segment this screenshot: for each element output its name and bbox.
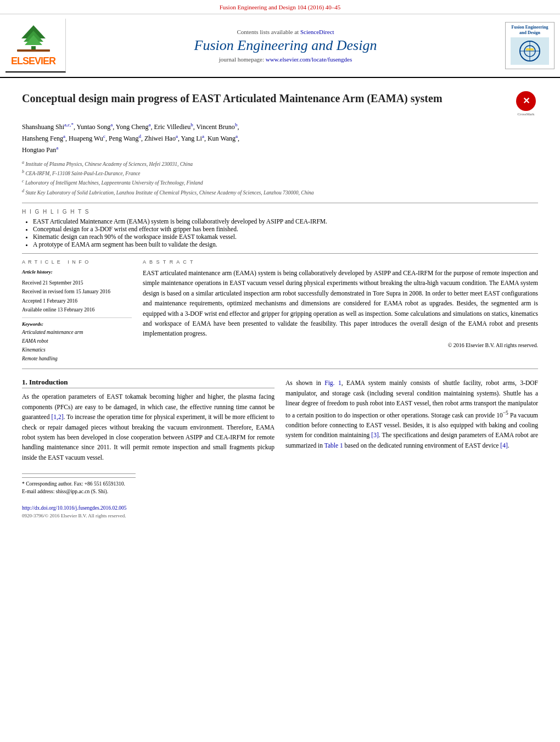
crossmark-section: ✕ CrossMark xyxy=(514,91,538,116)
journal-logo-box: Fusion Engineeringand Design xyxy=(505,22,555,69)
revised-date: Received in revised form 15 January 2016 xyxy=(22,287,132,296)
elsevier-wordmark: ELSEVIER xyxy=(11,55,55,67)
body-left-column: 1. Introduction As the operation paramet… xyxy=(22,378,275,518)
sciencedirect-link[interactable]: ScienceDirect xyxy=(300,29,334,35)
intro-left-text: As the operation parameters of EAST toka… xyxy=(22,392,275,462)
divider-1 xyxy=(22,203,538,203)
abstract-label: A B S T R A C T xyxy=(143,259,538,265)
svg-text:✕: ✕ xyxy=(523,96,530,105)
affiliations: a Institute of Plasma Physics, Chinese A… xyxy=(22,159,538,197)
footnote-divider xyxy=(22,477,136,478)
intro-right-text: As shown in Fig. 1, EAMA system mainly c… xyxy=(285,378,538,450)
elsevier-tree-icon xyxy=(17,23,50,53)
journal-header: ELSEVIER Contents lists available at Sci… xyxy=(0,14,560,78)
homepage-line: journal homepage: www.elsevier.com/locat… xyxy=(71,56,500,63)
ref-link-1[interactable]: [1,2] xyxy=(51,414,63,420)
highlight-item: A prototype of EAMA arm segment has been… xyxy=(33,241,538,248)
journal-title: Fusion Engineering and Design xyxy=(71,37,500,54)
history-label: Article history: xyxy=(22,268,132,276)
article-title-section: Conceptual design main progress of EAST … xyxy=(22,91,538,116)
abstract-text: EAST articulated maintenance arm (EAMA) … xyxy=(143,268,538,339)
article-history: Article history: Received 21 September 2… xyxy=(22,268,132,318)
sciencedirect-line: Contents lists available at ScienceDirec… xyxy=(71,29,500,35)
body-right-column: As shown in Fig. 1, EAMA system mainly c… xyxy=(285,378,538,518)
journal-logo-image xyxy=(511,37,549,65)
table1-link[interactable]: Table 1 xyxy=(324,442,343,449)
body-section: 1. Introduction As the operation paramet… xyxy=(22,378,538,518)
doi-line: http://dx.doi.org/10.1016/j.fusengdes.20… xyxy=(22,504,136,512)
highlights-label: H I G H L I G H T S xyxy=(22,209,538,215)
doi-link[interactable]: http://dx.doi.org/10.1016/j.fusengdes.20… xyxy=(22,505,127,511)
section1-heading: 1. Introduction xyxy=(22,378,275,388)
main-content: Conceptual design main progress of EAST … xyxy=(0,78,560,524)
journal-reference-bar: Fusion Engineering and Design 104 (2016)… xyxy=(0,0,560,14)
easy-word: easy xyxy=(85,404,96,410)
svg-rect-10 xyxy=(526,48,534,51)
ref-link-4[interactable]: [4] xyxy=(500,442,507,449)
email-link[interactable]: shiss@ipp.ac.cn xyxy=(56,489,90,494)
homepage-link[interactable]: www.elsevier.com/locate/fusengdes xyxy=(266,56,352,63)
keywords-section: Keywords: Articulated maintenance arm EA… xyxy=(22,321,132,364)
ref-link-3[interactable]: [3] xyxy=(371,432,378,438)
keywords-list: Articulated maintenance arm EAMA robot K… xyxy=(22,328,132,364)
divider-3 xyxy=(22,369,538,369)
crossmark-label: CrossMark xyxy=(514,112,538,116)
footnote-section: * Corresponding author. Fax: +86 551 655… xyxy=(22,473,136,518)
highlights-list: EAST Articulated Maintenance Arm (EAMA) … xyxy=(22,218,538,248)
svg-rect-4 xyxy=(17,49,50,52)
crossmark-icon: ✕ xyxy=(516,91,536,111)
abstract-panel: A B S T R A C T EAST articulated mainten… xyxy=(143,259,538,363)
logo-title: Fusion Engineeringand Design xyxy=(508,25,552,35)
email-address: E-mail address: shiss@ipp.ac.cn (S. Shi)… xyxy=(22,488,136,495)
authors-line: Shanshuang Shia,c,*, Yuntao Songa, Yong … xyxy=(22,121,538,156)
article-info-panel: A R T I C L E I N F O Article history: R… xyxy=(22,259,132,363)
highlight-item: Conceptual design for a 3-DOF wrist end … xyxy=(33,226,538,232)
article-info-label: A R T I C L E I N F O xyxy=(22,259,132,265)
article-info-abstract-section: A R T I C L E I N F O Article history: R… xyxy=(22,259,538,363)
fig1-link[interactable]: Fig. 1 xyxy=(324,380,341,386)
corresponding-author: * Corresponding author. Fax: +86 551 655… xyxy=(22,480,136,488)
issn-line: 0920-3796/© 2016 Elsevier B.V. All right… xyxy=(22,513,136,518)
elsevier-logo-section: ELSEVIER xyxy=(5,19,66,72)
keywords-label: Keywords: xyxy=(22,321,132,327)
copyright-text: © 2016 Elsevier B.V. All rights reserved… xyxy=(143,342,538,348)
available-date: Available online 13 February 2016 xyxy=(22,305,132,314)
highlight-item: EAST Articulated Maintenance Arm (EAMA) … xyxy=(33,218,538,225)
highlights-section: H I G H L I G H T S EAST Articulated Mai… xyxy=(22,209,538,248)
divider-2 xyxy=(22,253,538,254)
received-date: Received 21 September 2015 xyxy=(22,278,132,287)
article-title: Conceptual design main progress of EAST … xyxy=(22,91,505,106)
journal-center-info: Contents lists available at ScienceDirec… xyxy=(71,29,500,63)
journal-ref-link[interactable]: Fusion Engineering and Design 104 (2016)… xyxy=(220,4,341,10)
accepted-date: Accepted 1 February 2016 xyxy=(22,297,132,305)
highlight-item: Kinematic design can reach 90% of the wo… xyxy=(33,233,538,240)
table-word: Table xyxy=(324,442,338,449)
